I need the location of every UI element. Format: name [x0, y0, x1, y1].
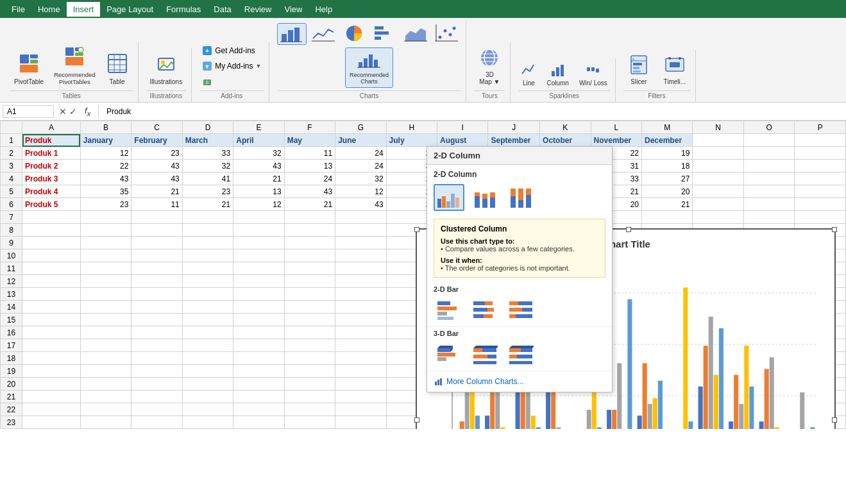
cell-m1[interactable]: December — [642, 134, 693, 147]
menu-pagelayout[interactable]: Page Layout — [100, 2, 160, 17]
bar-chart-button[interactable] — [371, 23, 399, 45]
col-header-e[interactable]: E — [233, 121, 284, 134]
cell-d6[interactable]: 21 — [182, 198, 233, 211]
cell-n2[interactable] — [693, 147, 743, 160]
col-header-d[interactable]: D — [182, 121, 233, 134]
cell-f4[interactable]: 24 — [284, 172, 335, 185]
cell-n3[interactable] — [693, 160, 743, 172]
cell-f1[interactable]: May — [284, 134, 335, 147]
resize-handle-topleft[interactable] — [414, 227, 419, 232]
cell-c4[interactable]: 43 — [131, 172, 182, 185]
cell-m6[interactable]: 21 — [642, 198, 693, 211]
cell-a4[interactable]: Produk 3 — [22, 172, 81, 185]
col-header-f[interactable]: F — [284, 121, 335, 134]
menu-home[interactable]: Home — [31, 2, 67, 17]
cell-b4[interactable]: 43 — [80, 172, 131, 185]
cell-o2[interactable] — [743, 147, 794, 160]
col-header-m[interactable]: M — [642, 121, 693, 134]
cell-g6[interactable]: 43 — [335, 198, 386, 211]
recommended-pivot-button[interactable]: ✓ RecommendedPivotTables — [50, 44, 99, 88]
3d-100pct-bar-icon[interactable] — [505, 341, 536, 368]
col-header-o[interactable]: O — [743, 121, 794, 134]
line-chart-button[interactable] — [309, 23, 337, 45]
cell-m3[interactable]: 18 — [642, 160, 693, 172]
cell-reference-input[interactable] — [3, 105, 54, 118]
confirm-icon[interactable]: ✓ — [69, 106, 77, 117]
cell-e4[interactable]: 21 — [233, 172, 284, 185]
cell-d3[interactable]: 32 — [182, 160, 233, 172]
cell-p6[interactable] — [795, 198, 846, 211]
cell-o5[interactable] — [743, 185, 794, 198]
menu-insert[interactable]: Insert — [67, 2, 101, 17]
cell-d2[interactable]: 33 — [182, 147, 233, 160]
cancel-icon[interactable]: ✕ — [59, 106, 67, 117]
recommended-charts-button[interactable]: RecommendedCharts — [345, 47, 393, 88]
cell-g1[interactable]: June — [335, 134, 386, 147]
cell-e1[interactable]: April — [233, 134, 284, 147]
menu-help[interactable]: Help — [309, 2, 339, 17]
cell-c1[interactable]: February — [131, 134, 182, 147]
cell-n6[interactable] — [693, 198, 743, 211]
menu-view[interactable]: View — [278, 2, 309, 17]
col-header-p[interactable]: P — [795, 121, 846, 134]
stacked-bar-icon[interactable] — [470, 297, 500, 324]
100pct-stacked-column-icon[interactable] — [505, 184, 536, 211]
store-button[interactable]: S — [199, 75, 264, 88]
cell-o3[interactable] — [743, 160, 794, 172]
cell-b2[interactable]: 12 — [80, 147, 131, 160]
get-addins-button[interactable]: + Get Add-ins — [199, 44, 264, 57]
col-header-j[interactable]: J — [488, 121, 540, 134]
cell-m5[interactable]: 20 — [642, 185, 693, 198]
pivot-table-button[interactable]: PivotTable — [10, 51, 47, 88]
cell-o1[interactable] — [743, 134, 794, 147]
winloss-sparkline-button[interactable]: Win/ Loss — [577, 61, 610, 88]
cell-n1[interactable] — [693, 134, 743, 147]
cell-g2[interactable]: 24 — [335, 147, 386, 160]
cell-g3[interactable]: 24 — [335, 160, 386, 172]
clustered-column-icon[interactable] — [434, 184, 464, 211]
col-header-i[interactable]: I — [437, 121, 488, 134]
cell-d1[interactable]: March — [182, 134, 233, 147]
cell-c5[interactable]: 21 — [131, 185, 182, 198]
cell-b6[interactable]: 23 — [80, 198, 131, 211]
cell-p3[interactable] — [795, 160, 846, 172]
menu-review[interactable]: Review — [238, 2, 278, 17]
cell-c6[interactable]: 11 — [131, 198, 182, 211]
cell-k1[interactable]: October — [540, 134, 591, 147]
3d-stacked-bar-icon[interactable] — [470, 341, 500, 368]
cell-f3[interactable]: 13 — [284, 160, 335, 172]
col-header-a[interactable]: A — [22, 121, 81, 134]
col-header-h[interactable]: H — [386, 121, 437, 134]
cell-b1[interactable]: January — [80, 134, 131, 147]
cell-d4[interactable]: 41 — [182, 172, 233, 185]
cell-m4[interactable]: 27 — [642, 172, 693, 185]
col-header-c[interactable]: C — [131, 121, 182, 134]
slicer-button[interactable]: ≡ Slicer — [623, 52, 654, 88]
cell-e6[interactable]: 12 — [233, 198, 284, 211]
cell-a6[interactable]: Produk 5 — [22, 198, 81, 211]
cell-b3[interactable]: 22 — [80, 160, 131, 172]
cell-b5[interactable]: 35 — [80, 185, 131, 198]
cell-f6[interactable]: 21 — [284, 198, 335, 211]
resize-handle-midright[interactable] — [832, 417, 837, 423]
table-button[interactable]: Table — [102, 51, 133, 88]
cell-n4[interactable] — [693, 172, 743, 185]
cell-e5[interactable]: 13 — [233, 185, 284, 198]
cell-m2[interactable]: 19 — [642, 147, 693, 160]
timeline-button[interactable]: Timeli... — [659, 52, 690, 88]
cell-p4[interactable] — [795, 172, 846, 185]
cell-j1[interactable]: September — [488, 134, 540, 147]
col-header-n[interactable]: N — [693, 121, 743, 134]
col-header-k[interactable]: K — [540, 121, 591, 134]
scatter-chart-button[interactable] — [432, 23, 461, 45]
stacked-column-icon[interactable] — [470, 184, 500, 211]
cell-f5[interactable]: 43 — [284, 185, 335, 198]
cell-i1[interactable]: August — [437, 134, 488, 147]
more-column-charts-link[interactable]: More Column Charts... — [427, 371, 612, 392]
cell-f2[interactable]: 11 — [284, 147, 335, 160]
cell-a2[interactable]: Produk 1 — [22, 147, 81, 160]
col-header-g[interactable]: G — [335, 121, 386, 134]
cell-p2[interactable] — [795, 147, 846, 160]
cell-h1[interactable]: July — [386, 134, 437, 147]
clustered-bar-icon[interactable] — [434, 297, 464, 324]
